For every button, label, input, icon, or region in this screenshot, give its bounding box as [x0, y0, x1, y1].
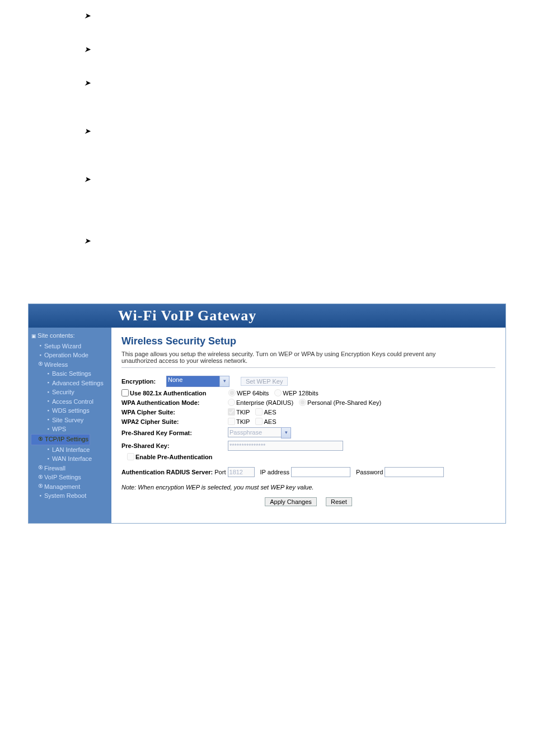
page-icon: ▪: [45, 416, 51, 424]
page-icon: ▪: [38, 492, 43, 500]
wep-64-radio[interactable]: [228, 389, 236, 396]
page-icon: ▪: [45, 370, 51, 378]
wpa-enterprise-label: Enterprise (RADIUS): [236, 399, 293, 406]
wep-note: Note: When encryption WEP is selected, y…: [121, 484, 495, 491]
radius-ip-input[interactable]: [291, 467, 350, 477]
wpa-personal-radio[interactable]: [299, 399, 306, 406]
sidebar-item-lan-interface[interactable]: ▪LAN Interface: [31, 445, 109, 455]
psk-format-select[interactable]: [228, 427, 282, 437]
sidebar-item-basic-settings[interactable]: ▪Basic Settings: [31, 369, 109, 379]
chevron-right-icon: ➤: [84, 45, 91, 54]
sidebar-item-security[interactable]: ▪Security: [31, 388, 109, 397]
wpa-tkip-checkbox[interactable]: [228, 408, 235, 416]
sidebar-item-tcpip-settings[interactable]: ⦿TCP/IP Settings: [31, 434, 90, 445]
wpa2-aes-checkbox[interactable]: [255, 418, 263, 425]
page-description: This page allows you setup the wireless …: [121, 351, 469, 364]
sidebar-item-wps[interactable]: ▪WPS: [31, 424, 109, 434]
page-icon: ▪: [45, 379, 51, 387]
encryption-select[interactable]: None: [166, 376, 220, 387]
sidebar-item-site-survey[interactable]: ▪Site Survey: [31, 416, 109, 425]
sidebar-item-access-control[interactable]: ▪Access Control: [31, 397, 109, 407]
page-icon: ▪: [45, 446, 51, 454]
folder-icon: ⦿: [38, 483, 43, 491]
sidebar-item-advanced-settings[interactable]: ▪Advanced Settings: [31, 379, 109, 388]
sidebar-item-management[interactable]: ⦿Management: [31, 482, 109, 492]
wpa-aes-checkbox[interactable]: [255, 408, 263, 416]
page-icon: ▪: [45, 455, 51, 463]
page-icon: ▪: [45, 389, 51, 396]
wpa2-aes-label: AES: [264, 418, 276, 425]
radius-password-label: Password: [356, 469, 383, 475]
sidebar-item-firewall[interactable]: ⦿Firewall: [31, 464, 109, 473]
wpa-auth-mode-label: WPA Authentication Mode:: [121, 399, 228, 406]
sidebar-item-system-reboot[interactable]: ▪System Reboot: [31, 491, 109, 501]
radius-port-label: Port: [214, 469, 226, 475]
tree-root-icon: ▣: [31, 333, 36, 340]
wpa2-tkip-checkbox[interactable]: [228, 418, 235, 425]
chevron-right-icon: ➤: [84, 78, 91, 87]
encryption-label: Encryption:: [121, 378, 166, 385]
bullet-list: ➤ ➤ ➤ ➤ ➤ ➤: [0, 0, 534, 304]
wpa2-tkip-label: TKIP: [236, 418, 250, 425]
use-8021x-label: Use 802.1x Authentication: [130, 390, 228, 396]
page-icon: ▪: [45, 426, 51, 433]
chevron-right-icon: ➤: [84, 127, 91, 136]
app-header: Wi-Fi VoIP Gateway: [29, 304, 505, 328]
wep-64-label: WEP 64bits: [237, 390, 269, 396]
chevron-right-icon: ➤: [84, 236, 91, 245]
apply-changes-button[interactable]: Apply Changes: [265, 497, 317, 506]
folder-icon: ⦿: [38, 464, 43, 472]
sidebar-item-setup-wizard[interactable]: ▪Setup Wizard: [31, 342, 109, 351]
wep-128-radio[interactable]: [274, 389, 282, 396]
page-title: Wireless Security Setup: [121, 335, 495, 347]
folder-open-icon: ⦿: [38, 436, 44, 444]
wpa-cipher-label: WPA Cipher Suite:: [121, 409, 228, 416]
set-wep-key-button[interactable]: Set WEP Key: [241, 377, 288, 386]
wpa-enterprise-radio[interactable]: [228, 399, 235, 406]
sidebar-item-wireless[interactable]: ⦿Wireless: [31, 360, 109, 370]
chevron-down-icon[interactable]: ▾: [219, 376, 229, 387]
chevron-down-icon[interactable]: ▾: [281, 427, 291, 438]
page-icon: ▪: [38, 342, 43, 350]
wpa-aes-label: AES: [264, 409, 276, 416]
use-8021x-checkbox[interactable]: [121, 389, 129, 396]
app-title: Wi-Fi VoIP Gateway: [118, 307, 256, 324]
preauth-label: Enable Pre-Authentication: [135, 454, 213, 460]
wpa-tkip-label: TKIP: [236, 409, 250, 416]
folder-icon: ⦿: [38, 474, 43, 482]
psk-format-label: Pre-Shared Key Format:: [121, 430, 228, 436]
divider: [121, 367, 495, 368]
sidebar-root-label: Site contents:: [38, 332, 75, 339]
radius-server-label: Authentication RADIUS Server:: [121, 469, 213, 475]
chevron-right-icon: ➤: [84, 11, 91, 20]
reset-button[interactable]: Reset: [326, 497, 352, 506]
radius-port-input[interactable]: [228, 467, 255, 477]
wpa2-cipher-label: WPA2 Cipher Suite:: [121, 418, 228, 425]
radius-password-input[interactable]: [385, 467, 444, 477]
page-icon: ▪: [38, 352, 43, 360]
main-content: Wireless Security Setup This page allows…: [111, 328, 505, 523]
radius-ip-label: IP address: [260, 469, 289, 475]
sidebar-item-wds-settings[interactable]: ▪WDS settings: [31, 406, 109, 416]
sidebar-item-wan-interface[interactable]: ▪WAN Interface: [31, 454, 109, 464]
nav-sidebar: ▣Site contents: ▪Setup Wizard ▪Operation…: [29, 328, 111, 523]
wep-128-label: WEP 128bits: [283, 390, 318, 396]
preauth-checkbox[interactable]: [127, 453, 134, 460]
page-icon: ▪: [45, 407, 51, 415]
router-admin-window: Wi-Fi VoIP Gateway ▣Site contents: ▪Setu…: [28, 304, 506, 524]
sidebar-item-operation-mode[interactable]: ▪Operation Mode: [31, 351, 109, 360]
psk-label: Pre-Shared Key:: [121, 442, 228, 449]
chevron-right-icon: ➤: [84, 175, 91, 184]
folder-open-icon: ⦿: [38, 361, 43, 368]
page-icon: ▪: [45, 398, 51, 405]
wpa-personal-label: Personal (Pre-Shared Key): [307, 399, 381, 406]
sidebar-item-voip-settings[interactable]: ⦿VoIP Settings: [31, 473, 109, 482]
psk-input[interactable]: [228, 441, 343, 451]
